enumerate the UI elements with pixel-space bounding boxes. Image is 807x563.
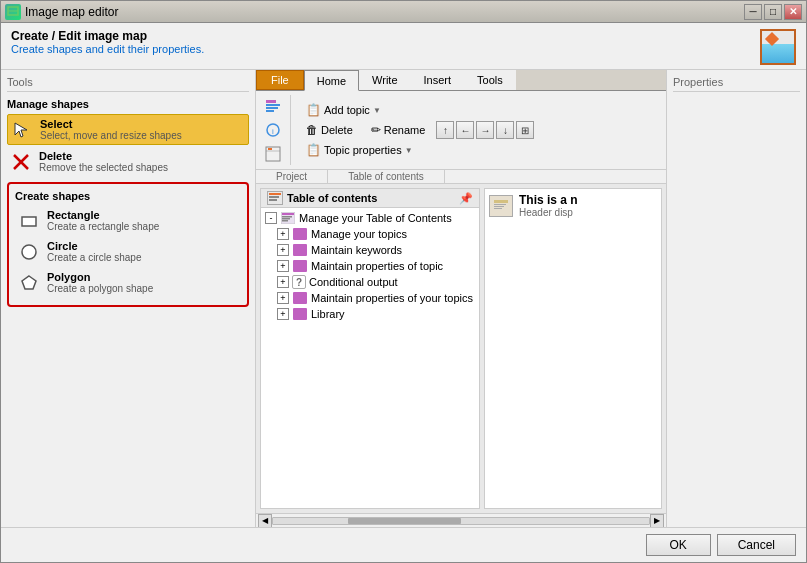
pin-icon[interactable]: 📌 (459, 192, 473, 205)
tree-item-5[interactable]: + Maintain properties of your topics (263, 290, 477, 306)
item5-label: Maintain properties of your topics (311, 292, 473, 304)
manage-shapes-header: Manage shapes (7, 98, 249, 110)
ribbon-icon-1[interactable] (262, 95, 284, 117)
item1-expander[interactable]: + (277, 228, 289, 240)
ok-button[interactable]: OK (646, 534, 711, 556)
item4-expander[interactable]: + (277, 276, 289, 288)
tree-item-3[interactable]: + Maintain properties of topic (263, 258, 477, 274)
tree-root-item[interactable]: - Manage your Table of Cont (263, 210, 477, 226)
svg-rect-29 (494, 208, 502, 209)
header-area: Create / Edit image map Create shapes an… (1, 23, 806, 70)
toc-body: - Manage your Table of Cont (261, 208, 479, 508)
rect-tool-info: Rectangle Create a rectangle shape (47, 209, 159, 232)
svg-point-6 (22, 245, 36, 259)
item1-label: Manage your topics (311, 228, 407, 240)
header-title: Create / Edit image map (11, 29, 204, 43)
rect-icon (19, 211, 39, 231)
group-project: Project (256, 170, 328, 183)
arrow-extra-button[interactable]: ⊞ (516, 121, 534, 139)
preview-header: This is a n Header disp (489, 193, 657, 218)
item5-expander[interactable]: + (277, 292, 289, 304)
rename-button[interactable]: ✏ Rename (364, 121, 433, 139)
svg-rect-18 (269, 196, 279, 198)
topic-properties-button[interactable]: 📋 Topic properties ▼ (299, 141, 420, 159)
tab-file[interactable]: File (256, 70, 304, 90)
tools-panel-title: Tools (7, 76, 249, 92)
svg-rect-24 (282, 220, 288, 222)
item6-expander[interactable]: + (277, 308, 289, 320)
poly-icon (19, 273, 39, 293)
svg-rect-5 (22, 217, 36, 226)
tab-write[interactable]: Write (359, 70, 410, 90)
center-panel: File Home Write Insert Tools (256, 70, 666, 527)
tree-item-1[interactable]: + Manage your topics (263, 226, 477, 242)
scrollbar-thumb (348, 518, 461, 524)
rectangle-tool[interactable]: Rectangle Create a rectangle shape (15, 206, 241, 235)
delete-tool-info: Delete Remove the selected shapes (39, 150, 168, 173)
tree-item-2[interactable]: + Maintain keywords (263, 242, 477, 258)
tab-tools[interactable]: Tools (464, 70, 516, 90)
tab-home[interactable]: Home (304, 70, 359, 91)
arrow-up-button[interactable]: ↑ (436, 121, 454, 139)
select-tool-desc: Select, move and resize shapes (40, 130, 182, 141)
header-row: Create / Edit image map Create shapes an… (11, 29, 796, 65)
cancel-button[interactable]: Cancel (717, 534, 796, 556)
ribbon-content: i (256, 91, 666, 169)
tree-item-6[interactable]: + Library (263, 306, 477, 322)
app-icon (5, 4, 21, 20)
item2-expander[interactable]: + (277, 244, 289, 256)
rect-tool-desc: Create a rectangle shape (47, 221, 159, 232)
item1-icon (292, 227, 308, 241)
delete-tool[interactable]: Delete Remove the selected shapes (7, 147, 249, 176)
delete-icon (11, 152, 31, 172)
arrow-down-button[interactable]: ↓ (496, 121, 514, 139)
minimize-button[interactable]: ─ (744, 4, 762, 20)
item4-label: Conditional output (309, 276, 398, 288)
ribbon-icon-3[interactable] (262, 143, 284, 165)
ribbon-tabs: File Home Write Insert Tools (256, 70, 666, 91)
scroll-right-button[interactable]: ▶ (650, 514, 664, 528)
select-tool-name: Select (40, 118, 182, 130)
poly-tool-desc: Create a polygon shape (47, 283, 153, 294)
main-window: Image map editor ─ □ ✕ Create / Edit ima… (0, 0, 807, 563)
root-expander[interactable]: - (265, 212, 277, 224)
group-toc: Table of contents (328, 170, 445, 183)
maximize-button[interactable]: □ (764, 4, 782, 20)
item6-label: Library (311, 308, 345, 320)
header-image (760, 29, 796, 65)
topic-properties-arrow: ▼ (405, 146, 413, 155)
circle-tool[interactable]: Circle Create a circle shape (15, 237, 241, 266)
polygon-tool[interactable]: Polygon Create a polygon shape (15, 268, 241, 297)
svg-rect-23 (282, 218, 290, 220)
scrollbar-area: ◀ ▶ (256, 513, 666, 527)
add-topic-label: Add topic (324, 104, 370, 116)
main-area: Tools Manage shapes Select Select, move … (1, 70, 806, 527)
add-topic-button[interactable]: 📋 Add topic ▼ (299, 101, 388, 119)
item3-label: Maintain properties of topic (311, 260, 443, 272)
toc-header: Table of contents 📌 (261, 189, 479, 208)
arrow-left-button[interactable]: ← (456, 121, 474, 139)
ribbon-row-1: 📋 Add topic ▼ (299, 101, 534, 119)
add-topic-icon: 📋 (306, 103, 321, 117)
topic-properties-label: Topic properties (324, 144, 402, 156)
rename-label: Rename (384, 124, 426, 136)
select-tool[interactable]: Select Select, move and resize shapes (7, 114, 249, 145)
preview-panel: This is a n Header disp (484, 188, 662, 509)
properties-panel-title: Properties (673, 76, 800, 92)
delete-ribbon-button[interactable]: 🗑 Delete (299, 121, 360, 139)
svg-rect-16 (268, 148, 272, 150)
svg-rect-9 (266, 104, 280, 106)
svg-rect-26 (494, 200, 508, 203)
svg-rect-27 (494, 204, 506, 205)
scrollbar-track[interactable] (272, 517, 650, 525)
item3-icon (292, 259, 308, 273)
arrow-right-button[interactable]: → (476, 121, 494, 139)
close-button[interactable]: ✕ (784, 4, 802, 20)
tree-item-4[interactable]: + ? Conditional output (263, 274, 477, 290)
scroll-left-button[interactable]: ◀ (258, 514, 272, 528)
tab-insert[interactable]: Insert (411, 70, 465, 90)
toc-header-icon (267, 191, 283, 205)
ribbon-icon-2[interactable]: i (262, 119, 284, 141)
item3-expander[interactable]: + (277, 260, 289, 272)
svg-marker-7 (22, 276, 36, 289)
